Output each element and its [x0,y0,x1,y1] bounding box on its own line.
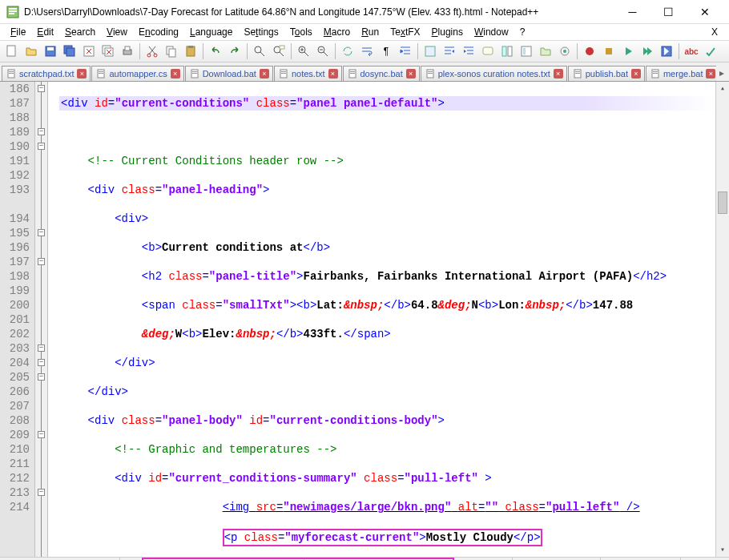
menu-encoding[interactable]: Encoding [133,25,184,39]
highlight-box-1: <p class="myforecast-current">Mostly Clo… [223,529,542,546]
menu-help[interactable]: ? [514,25,531,39]
svg-point-32 [563,50,566,53]
menu-language[interactable]: Language [184,25,238,39]
document-tab[interactable]: dosync.bat× [343,66,420,81]
tab-label: notes.txt [292,69,325,79]
app-icon [6,6,19,18]
svg-rect-17 [169,49,175,57]
tb-cut[interactable] [143,42,161,60]
svg-rect-49 [350,71,355,72]
tb-stop[interactable] [600,42,618,60]
tb-zoomout[interactable] [314,42,332,60]
menu-file[interactable]: File [5,25,31,39]
tb-comment[interactable] [479,42,497,60]
tb-docmap[interactable] [518,42,535,60]
tab-close-icon[interactable]: × [77,69,87,79]
tb-replace[interactable] [270,42,288,60]
svg-rect-30 [523,48,526,54]
menu-settings[interactable]: Settings [238,25,284,39]
tab-label: plex-sonos curation notes.txt [438,69,550,79]
document-tab[interactable]: plex-sonos curation notes.txt× [421,66,567,81]
maximize-button[interactable]: ☐ [650,1,687,23]
svg-rect-28 [508,46,512,56]
close-button[interactable]: ✕ [687,1,723,23]
menu-plugins[interactable]: Plugins [426,25,469,39]
svg-rect-22 [280,46,284,49]
document-tab[interactable]: scratchpad.txt× [2,66,91,81]
tb-saveall[interactable] [61,42,79,60]
tb-playmulti[interactable] [638,42,656,60]
scroll-down[interactable]: ▾ [716,543,729,557]
code-area[interactable]: <div id="current-conditions" class="pane… [59,82,715,557]
tb-sync[interactable] [339,42,356,60]
tb-undo[interactable] [207,42,224,60]
document-tab[interactable]: automapper.cs× [91,66,183,81]
tb-folder[interactable] [537,42,554,60]
tb-record[interactable] [581,42,598,60]
toolbar: ¶ abc [0,40,729,62]
menu-x[interactable]: X [711,26,724,38]
menu-textfx[interactable]: TextFX [385,25,425,39]
svg-rect-6 [47,47,54,50]
line-number-gutter: 1861871881891901911921931941951961971981… [0,82,35,557]
tb-indent[interactable] [397,42,414,60]
tb-paste[interactable] [182,42,199,60]
tab-label: automapper.cs [109,69,167,79]
tb-print[interactable] [119,42,136,60]
tb-zoomin[interactable] [295,42,312,60]
tb-lang[interactable] [421,42,439,60]
tb-find[interactable] [251,42,268,60]
file-icon [426,69,436,79]
tb-savemacro[interactable] [658,42,675,60]
tb-copy[interactable] [163,42,180,60]
tb-closetab[interactable] [80,42,98,60]
tb-monitor[interactable] [556,42,574,60]
fold-margin[interactable]: − − − − − − − − − − [35,82,48,557]
menu-tools[interactable]: Tools [284,25,318,39]
scroll-up[interactable]: ▴ [716,82,729,95]
svg-rect-27 [502,46,506,56]
file-icon [280,69,289,79]
tb-indentinc[interactable] [460,42,477,60]
tab-scroll-right[interactable]: ▸ [716,65,727,81]
tab-close-icon[interactable]: × [631,69,641,79]
tb-new[interactable] [3,42,21,60]
svg-rect-56 [575,73,580,74]
tab-close-icon[interactable]: × [706,69,715,79]
document-tab[interactable]: merge.bat× [646,66,716,81]
document-tab[interactable]: Download.bat× [185,66,273,81]
menu-window[interactable]: Window [469,25,514,39]
tb-wrap[interactable] [358,42,376,60]
svg-rect-1 [9,8,17,10]
tb-save[interactable] [42,42,59,60]
tb-allchars[interactable]: ¶ [377,42,395,60]
tab-close-icon[interactable]: × [328,69,338,79]
document-tab[interactable]: publish.bat× [568,66,645,81]
tab-close-icon[interactable]: × [171,69,180,79]
menu-search[interactable]: Search [59,25,101,39]
document-tab[interactable]: notes.txt× [274,66,342,81]
menu-edit[interactable]: Edit [31,25,59,39]
menu-macro[interactable]: Macro [318,25,356,39]
tb-spell2[interactable] [702,42,719,60]
tb-funclist[interactable] [498,42,516,60]
vertical-scrollbar[interactable]: ▴ ▾ [715,82,729,557]
menu-view[interactable]: View [101,25,133,39]
file-icon [191,69,200,79]
tab-close-icon[interactable]: × [554,69,563,79]
tab-close-icon[interactable]: × [260,69,269,79]
tb-indentdec[interactable] [441,42,458,60]
svg-rect-46 [281,71,286,72]
tb-spell[interactable]: abc [683,42,700,60]
minimize-button[interactable]: ─ [614,1,650,23]
svg-rect-52 [428,71,433,72]
svg-rect-2 [9,10,17,12]
tb-play[interactable] [619,42,637,60]
menu-run[interactable]: Run [356,25,385,39]
tb-redo[interactable] [226,42,244,60]
tb-closeall[interactable] [99,42,117,60]
tab-label: scratchpad.txt [19,69,74,79]
tb-open[interactable] [22,42,40,60]
tab-close-icon[interactable]: × [406,69,416,79]
file-icon [574,69,583,79]
